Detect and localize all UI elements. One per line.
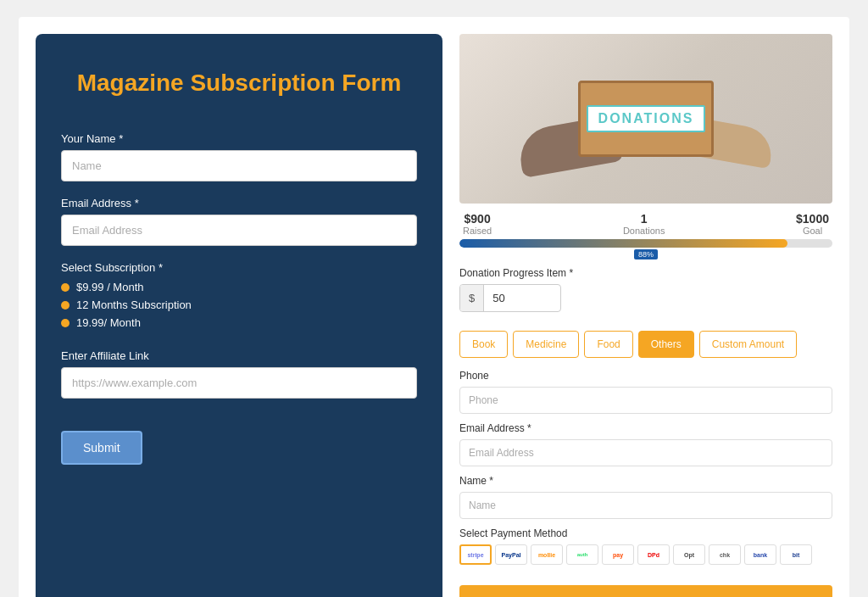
donation-progress-label: Donation Progress Item * [459, 267, 832, 279]
category-custom[interactable]: Custom Amount [699, 331, 797, 358]
payment-bitpay[interactable]: bit [780, 544, 812, 565]
payment-group: Select Payment Method stripe PayPal moll… [459, 527, 832, 577]
amount-prefix: $ [460, 285, 484, 311]
goal-label: Goal [796, 226, 829, 236]
progress-percent-label: 88% [634, 249, 658, 259]
stat-donations: 1 Donations [623, 212, 665, 236]
page-wrapper: Magazine Subscription Form Your Name * E… [19, 17, 849, 597]
goal-value: $1000 [796, 212, 829, 226]
subscription-option-1[interactable]: $9.99 / Month [61, 281, 417, 293]
affiliate-group: Enter Affiliate Link [61, 349, 417, 399]
payment-payoneer[interactable]: pay [602, 544, 634, 565]
left-panel: Magazine Subscription Form Your Name * E… [36, 34, 442, 597]
payment-bank[interactable]: bank [744, 544, 776, 565]
payment-dpd[interactable]: DPd [637, 544, 670, 565]
email-label: Email Address * [61, 197, 417, 209]
radio-dot-1 [61, 283, 70, 292]
right-email-group: Email Address * [459, 422, 832, 466]
stat-goal: $1000 Goal [796, 212, 829, 236]
radio-dot-3 [61, 319, 70, 327]
raised-value: $900 [463, 212, 492, 226]
donation-progress-group: Donation Progress Item * $ [459, 267, 832, 322]
donation-box-label: DONATIONS [587, 105, 706, 132]
stats-row: $900 Raised 1 Donations $1000 Goal [459, 204, 832, 239]
donation-box: DONATIONS [578, 81, 714, 157]
phone-group: Phone [459, 370, 832, 414]
name-label: Your Name * [61, 132, 417, 145]
subscription-label: Select Subscription * [61, 261, 417, 274]
affiliate-input[interactable] [61, 367, 417, 399]
payment-label: Select Payment Method [459, 527, 832, 539]
donation-image-inner: DONATIONS [459, 34, 832, 204]
right-submit-button[interactable]: Submit [459, 585, 832, 597]
category-others[interactable]: Others [638, 331, 694, 358]
email-input[interactable] [61, 215, 417, 246]
right-name-label: Name * [459, 475, 832, 487]
progress-bar-fill [459, 239, 787, 248]
form-title: Magazine Subscription Form [61, 68, 417, 98]
affiliate-label: Enter Affiliate Link [61, 349, 417, 362]
email-group: Email Address * [61, 197, 417, 246]
category-medicine[interactable]: Medicine [513, 331, 579, 358]
name-group: Your Name * [61, 132, 417, 181]
payment-stripe[interactable]: stripe [459, 544, 492, 565]
subscription-option-2[interactable]: 12 Months Subscription [61, 298, 417, 311]
donations-value: 1 [623, 212, 665, 226]
phone-input[interactable] [459, 387, 832, 414]
right-name-input[interactable] [459, 492, 832, 519]
raised-label: Raised [463, 226, 492, 236]
amount-row: $ [459, 284, 561, 312]
right-email-input[interactable] [459, 439, 832, 466]
subscription-text-2: 12 Months Subscription [76, 298, 192, 311]
stat-raised: $900 Raised [463, 212, 492, 236]
phone-label: Phone [459, 370, 832, 382]
donations-label: Donations [623, 226, 665, 236]
payment-optin[interactable]: Opt [673, 544, 705, 565]
payment-check[interactable]: chk [709, 544, 741, 565]
payment-authorize[interactable]: auth [566, 544, 598, 565]
category-buttons: Book Medicine Food Others Custom Amount [459, 331, 832, 358]
payment-paypal[interactable]: PayPal [495, 544, 527, 565]
subscription-option-3[interactable]: 19.99/ Month [61, 316, 417, 329]
donation-image: DONATIONS [459, 34, 832, 204]
category-food[interactable]: Food [584, 331, 632, 358]
payment-mollie[interactable]: mollie [531, 544, 563, 565]
radio-dot-2 [61, 301, 70, 310]
right-email-label: Email Address * [459, 422, 832, 434]
subscription-text-3: 19.99/ Month [76, 316, 141, 329]
left-submit-button[interactable]: Submit [61, 431, 142, 465]
payment-methods: stripe PayPal mollie auth pay DPd Opt ch… [459, 544, 832, 565]
progress-bar-container [459, 239, 832, 248]
amount-input[interactable] [484, 285, 543, 311]
name-input[interactable] [61, 150, 417, 181]
subscription-text-1: $9.99 / Month [76, 281, 144, 293]
right-name-group: Name * [459, 475, 832, 519]
right-panel: DONATIONS $900 Raised 1 Donations $1000 … [459, 34, 832, 597]
subscription-group: Select Subscription * $9.99 / Month 12 M… [61, 261, 417, 334]
category-book[interactable]: Book [459, 331, 508, 358]
